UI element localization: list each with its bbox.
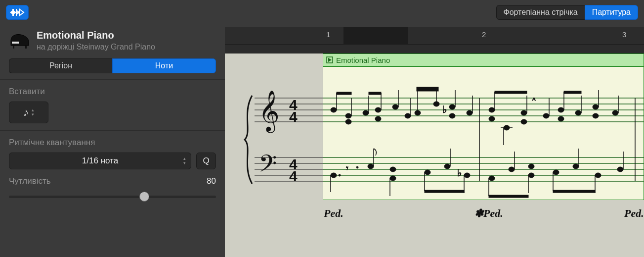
sensitivity-value: 80	[207, 176, 216, 186]
ruler-bar-number: 1	[326, 30, 330, 39]
bar-ruler[interactable]: 1 2 3	[225, 27, 644, 45]
quantize-section: Ритмічне квантування 1/16 нота ▴▾ Q Чутл…	[0, 130, 225, 209]
catch-playhead-button[interactable]	[6, 5, 29, 20]
svg-text:♭: ♭	[457, 167, 462, 178]
svg-point-68	[521, 110, 527, 115]
svg-point-103	[464, 173, 470, 178]
svg-rect-122	[553, 190, 595, 193]
stepper-icon: ▴▾	[183, 156, 186, 165]
svg-point-113	[553, 170, 559, 175]
svg-point-47	[392, 104, 398, 109]
region-track: на доріжці Steinway Grand Piano	[37, 43, 155, 51]
svg-point-115	[573, 164, 579, 169]
svg-point-69	[521, 119, 527, 124]
svg-text:4: 4	[289, 108, 298, 125]
svg-rect-85	[369, 92, 381, 95]
score-paper[interactable]: Emotional Piano	[225, 53, 644, 257]
tab-notes[interactable]: Ноти	[112, 58, 216, 73]
editor-toolbar: Фортепіанна стрічка Партитура	[0, 0, 644, 25]
svg-text:^: ^	[532, 97, 536, 104]
svg-point-108	[509, 167, 515, 172]
svg-rect-86	[495, 91, 527, 94]
svg-rect-0	[12, 9, 14, 16]
svg-point-72	[543, 113, 549, 118]
region-name: Emotional Piano	[37, 30, 155, 41]
svg-point-55	[433, 102, 439, 106]
svg-rect-87	[564, 91, 581, 94]
region-header: Emotional Piano на доріжці Steinway Gran…	[0, 27, 225, 58]
tab-score[interactable]: Партитура	[585, 5, 638, 20]
svg-point-117	[595, 173, 601, 178]
svg-point-44	[375, 116, 381, 121]
svg-marker-1	[10, 10, 12, 14]
pedal-mark: Ped.	[324, 207, 343, 220]
svg-point-90	[339, 174, 341, 176]
svg-rect-121	[489, 195, 528, 198]
svg-rect-105	[425, 190, 464, 193]
tab-region[interactable]: Регіон	[9, 58, 112, 73]
svg-point-40	[345, 119, 351, 124]
view-mode-tabs: Фортепіанна стрічка Партитура	[496, 5, 639, 20]
inspector-panel: Emotional Piano на доріжці Steinway Gran…	[0, 0, 225, 257]
svg-point-45	[375, 107, 381, 112]
svg-point-53	[415, 110, 421, 115]
loop-play-icon	[326, 56, 333, 63]
score-region-name: Emotional Piano	[336, 56, 390, 64]
sensitivity-slider[interactable]	[9, 191, 216, 202]
treble-clef-icon: 𝄞	[258, 91, 280, 133]
svg-point-106	[489, 176, 495, 181]
svg-point-60	[467, 110, 472, 115]
quantize-value-select[interactable]: 1/16 нота ▴▾	[9, 153, 191, 169]
svg-rect-8	[12, 42, 19, 44]
svg-point-57	[449, 113, 455, 118]
quantize-label: Ритмічне квантування	[9, 138, 216, 148]
svg-point-77	[575, 110, 581, 115]
svg-rect-84	[337, 92, 351, 95]
svg-rect-51	[417, 87, 438, 91]
slider-track	[9, 196, 216, 198]
svg-text:𝄾: 𝄾	[346, 166, 348, 170]
svg-marker-10	[328, 58, 332, 62]
svg-point-75	[558, 116, 564, 121]
score-editor: 1 2 3 Emotional Piano	[225, 0, 644, 257]
tab-piano-roll[interactable]: Фортепіанна стрічка	[496, 5, 585, 20]
svg-point-58	[449, 104, 455, 109]
svg-point-95	[390, 176, 396, 181]
ruler-bar-number: 2	[482, 30, 486, 39]
ruler-bar-number: 3	[622, 30, 626, 39]
svg-point-100	[444, 164, 450, 169]
svg-point-63	[489, 116, 495, 121]
svg-point-39	[345, 113, 351, 118]
svg-marker-4	[20, 9, 24, 15]
svg-point-96	[390, 167, 396, 172]
svg-point-80	[593, 104, 599, 109]
svg-point-42	[363, 110, 369, 115]
svg-point-88	[331, 173, 337, 178]
pedal-mark: ✽Ped.	[474, 207, 503, 220]
cycle-bar[interactable]	[225, 45, 644, 53]
eighth-note-icon: ♪	[23, 107, 29, 118]
sensitivity-label: Чутливість	[9, 176, 51, 186]
brace-icon	[245, 96, 252, 184]
quantize-value-text: 1/16 нота	[82, 156, 118, 166]
slider-thumb[interactable]	[139, 192, 149, 202]
score-region-header[interactable]: Emotional Piano	[323, 53, 644, 66]
svg-point-49	[405, 113, 411, 118]
svg-point-37	[331, 107, 337, 112]
pedal-mark: Ped.	[624, 207, 644, 220]
quantize-apply-button[interactable]: Q	[196, 153, 216, 169]
catch-playhead-icon	[10, 7, 25, 17]
svg-point-92	[356, 166, 358, 168]
svg-rect-6	[13, 46, 14, 49]
svg-point-111	[528, 164, 534, 169]
grand-staff: 𝄞 𝄢 4 4 4 4	[230, 68, 644, 217]
svg-point-82	[612, 110, 618, 115]
inspector-mode-tabs: Регіон Ноти	[0, 58, 225, 79]
svg-point-119	[617, 167, 623, 172]
svg-point-93	[368, 164, 374, 169]
svg-text:4: 4	[289, 168, 298, 184]
insert-label: Вставити	[9, 87, 216, 97]
insert-note-value-select[interactable]: ♪ ▴▾	[9, 102, 48, 123]
svg-point-74	[558, 107, 564, 112]
svg-point-79	[593, 113, 599, 118]
